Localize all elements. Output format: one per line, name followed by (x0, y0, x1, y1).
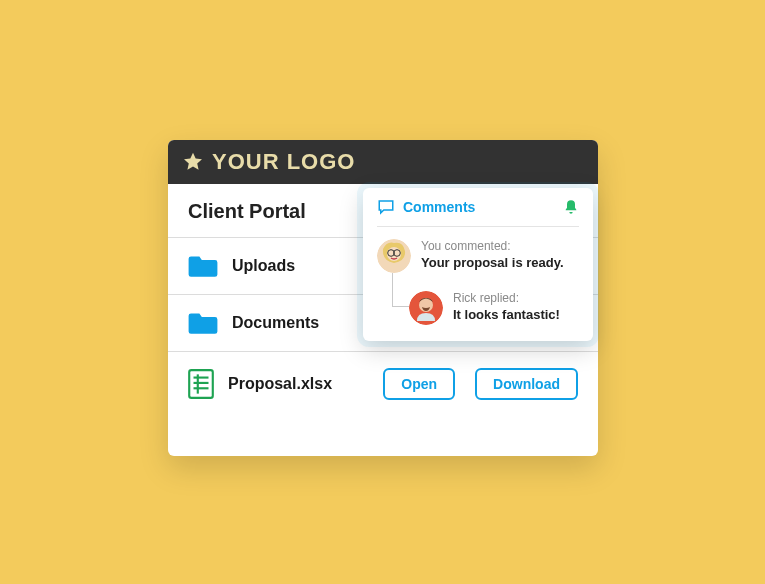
bell-icon[interactable] (563, 199, 579, 215)
folder-icon (188, 311, 218, 335)
avatar (409, 291, 443, 325)
logo-text: YOUR LOGO (212, 149, 355, 175)
titlebar: YOUR LOGO (168, 140, 598, 184)
comment-meta: You commented: (421, 239, 564, 255)
comment-meta: Rick replied: (453, 291, 560, 307)
file-name: Proposal.xlsx (228, 375, 369, 393)
popover-title: Comments (403, 199, 555, 215)
comment-text: It looks fantastic! (453, 307, 560, 324)
popover-header: Comments (377, 198, 579, 227)
comment-text: Your proposal is ready. (421, 255, 564, 272)
thread-line (392, 273, 409, 307)
open-button[interactable]: Open (383, 368, 455, 400)
spreadsheet-icon (188, 369, 214, 399)
folder-icon (188, 254, 218, 278)
comment-icon (377, 198, 395, 216)
portal-window: YOUR LOGO Client Portal Uploads Document… (168, 140, 598, 456)
comment-reply-item: Rick replied: It looks fantastic! (409, 291, 579, 325)
row-file: Proposal.xlsx Open Download (168, 351, 598, 416)
star-icon (182, 151, 204, 173)
comments-popover: Comments You commented: Your proposal is… (363, 188, 593, 341)
download-button[interactable]: Download (475, 368, 578, 400)
avatar (377, 239, 411, 273)
spacer (168, 416, 598, 456)
comment-item: You commented: Your proposal is ready. (377, 239, 579, 273)
